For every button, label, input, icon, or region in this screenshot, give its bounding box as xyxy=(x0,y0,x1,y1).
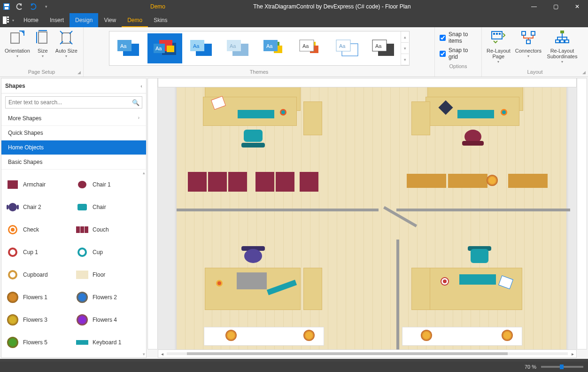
category-more-shapes[interactable]: More Shapes› xyxy=(1,111,146,126)
shape-label: Chair 2 xyxy=(23,204,41,210)
shape-icon xyxy=(6,223,19,236)
zoom-slider[interactable] xyxy=(541,366,583,368)
horizontal-scrollbar[interactable]: ◂ ▸ xyxy=(158,349,577,358)
shapes-search[interactable]: 🔍 xyxy=(5,96,142,108)
group-title-themes: Themes xyxy=(84,69,434,77)
shape-item[interactable]: Cup xyxy=(74,241,143,264)
layout-dialog-launcher[interactable]: ◢ xyxy=(580,69,587,76)
chair2-shape[interactable] xyxy=(241,246,265,266)
shape-item[interactable]: Flowers 5 xyxy=(4,331,74,354)
titlebar: ▾ Demo The XtraDiagramControl by DevExpr… xyxy=(0,0,588,13)
redo-icon[interactable] xyxy=(27,0,39,13)
theme-item[interactable]: Aa xyxy=(293,33,328,63)
maximize-button[interactable]: ▢ xyxy=(545,0,566,13)
group-title-layout: Layout xyxy=(482,69,588,77)
list-scroll-up-icon[interactable]: ▴ xyxy=(143,170,145,175)
status-bar: 70 % xyxy=(0,362,588,372)
snap-to-items-checkbox[interactable]: Snap to items xyxy=(440,31,477,44)
theme-item[interactable]: Aa xyxy=(184,33,219,63)
collapse-panel-icon[interactable]: ‹ xyxy=(140,83,142,89)
relayout-page-button[interactable]: Re-Layout Page▾ xyxy=(485,29,512,68)
cupboard-shape[interactable] xyxy=(407,174,446,188)
svg-rect-41 xyxy=(499,33,501,35)
relayout-page-icon xyxy=(491,30,506,45)
diagram-canvas[interactable] xyxy=(158,87,577,349)
ruler-right xyxy=(577,78,587,349)
shape-icon xyxy=(6,268,19,281)
shape-label: Cup xyxy=(93,249,103,256)
auto-size-button[interactable]: Auto Size▾ xyxy=(54,29,79,68)
size-button[interactable]: Size▾ xyxy=(33,29,53,68)
save-icon[interactable] xyxy=(0,0,13,13)
couch-shape[interactable] xyxy=(188,172,248,192)
tab-view[interactable]: View xyxy=(98,13,122,27)
minimize-button[interactable]: — xyxy=(523,0,545,13)
tab-demo[interactable]: Demo xyxy=(122,13,148,27)
shape-icon xyxy=(6,291,19,304)
shape-item[interactable]: Check xyxy=(4,218,74,241)
svg-text:Aa: Aa xyxy=(375,43,382,49)
shape-label: Check xyxy=(23,226,39,233)
shape-item[interactable]: Cup 1 xyxy=(4,241,74,264)
work-area: Shapes ‹ 🔍 More Shapes› Quick Shapes Hom… xyxy=(0,77,588,359)
category-quick-shapes[interactable]: Quick Shapes xyxy=(1,126,146,140)
tab-home[interactable]: Home xyxy=(18,13,44,27)
themes-gallery[interactable]: Aa Aa Aa Aa Aa Aa Aa Aa ▴▾▾ xyxy=(109,31,410,66)
scroll-right-icon[interactable]: ▸ xyxy=(569,351,576,356)
shape-item[interactable]: Armchair xyxy=(4,173,74,196)
snap-to-grid-checkbox[interactable]: Snap to grid xyxy=(440,47,477,60)
scroll-left-icon[interactable]: ◂ xyxy=(158,351,166,356)
theme-item[interactable]: Aa xyxy=(257,33,292,63)
shape-item[interactable]: Flowers 2 xyxy=(74,286,143,309)
relayout-subordinates-button[interactable]: Re-Layout Subordinates▾ xyxy=(544,29,580,68)
theme-item[interactable]: Aa xyxy=(330,33,364,63)
tab-design[interactable]: Design xyxy=(70,13,98,27)
list-scroll-down-icon[interactable]: ▾ xyxy=(143,352,145,356)
tab-insert[interactable]: Insert xyxy=(44,13,70,27)
tab-skins[interactable]: Skins xyxy=(148,13,173,27)
chair-shape[interactable] xyxy=(241,130,265,148)
theme-item[interactable]: Aa xyxy=(366,33,401,63)
search-input[interactable] xyxy=(5,96,142,108)
shape-icon xyxy=(6,336,19,349)
shape-item[interactable]: Flowers 1 xyxy=(4,286,74,309)
ribbon-tabs: ▾ Home Insert Design View Demo Skins xyxy=(0,13,588,27)
category-home-objects[interactable]: Home Objects xyxy=(1,140,146,155)
shape-item[interactable]: Chair 1 xyxy=(74,173,143,196)
shape-item[interactable]: Chair 2 xyxy=(4,196,74,218)
shape-item[interactable]: Floor xyxy=(74,264,143,286)
shape-label: Cup 1 xyxy=(23,249,38,256)
page-setup-dialog-launcher[interactable]: ◢ xyxy=(76,69,82,76)
connectors-button[interactable]: Connectors▾ xyxy=(513,29,543,68)
gallery-scroll[interactable]: ▴▾▾ xyxy=(401,31,409,65)
shape-item[interactable]: Keyboard 1 xyxy=(74,331,143,354)
shape-item[interactable]: Flowers 3 xyxy=(4,309,74,331)
close-button[interactable]: ✕ xyxy=(566,0,588,13)
app-menu-button[interactable]: ▾ xyxy=(3,15,14,25)
svg-rect-15 xyxy=(167,46,174,52)
quick-access-toolbar: ▾ xyxy=(0,0,53,13)
shape-item[interactable]: Chair xyxy=(74,196,143,218)
orientation-button[interactable]: Orientation▾ xyxy=(3,29,32,68)
shape-item[interactable]: Cupboard xyxy=(4,264,74,286)
shape-item[interactable]: Couch xyxy=(74,218,143,241)
theme-item[interactable]: Aa xyxy=(220,33,255,63)
shape-icon xyxy=(6,201,19,214)
undo-icon[interactable] xyxy=(14,0,26,13)
shape-icon xyxy=(76,178,89,191)
theme-item[interactable]: Aa xyxy=(111,33,146,63)
qat-dropdown-icon[interactable]: ▾ xyxy=(40,0,52,13)
theme-item-selected[interactable]: Aa xyxy=(147,33,182,63)
ruler-vertical xyxy=(147,78,158,349)
svg-text:Aa: Aa xyxy=(193,43,200,49)
chair1-shape[interactable] xyxy=(462,130,484,149)
shape-item[interactable]: Flowers 4 xyxy=(74,309,143,331)
size-icon xyxy=(35,30,50,45)
category-basic-shapes[interactable]: Basic Shapes xyxy=(1,155,146,170)
flowers-shape[interactable] xyxy=(487,175,498,186)
keyboard-shape[interactable] xyxy=(238,110,274,118)
svg-text:Aa: Aa xyxy=(302,43,309,49)
cup-shape[interactable] xyxy=(280,109,286,116)
svg-text:Aa: Aa xyxy=(266,43,273,49)
svg-rect-44 xyxy=(526,40,530,44)
